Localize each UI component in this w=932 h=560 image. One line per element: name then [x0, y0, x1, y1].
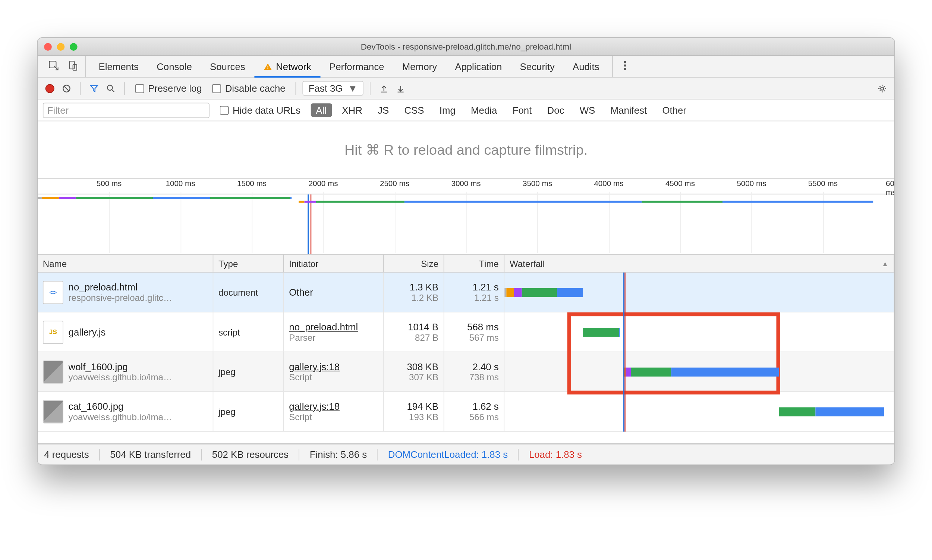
waterfall-cell[interactable]: [504, 352, 894, 391]
download-har-icon[interactable]: [393, 81, 408, 95]
tab-elements[interactable]: Elements: [89, 56, 148, 77]
svg-point-5: [624, 62, 626, 63]
image-icon: [43, 400, 63, 423]
status-transferred: 504 KB transferred: [110, 449, 191, 460]
ruler-tick: 1500 ms: [237, 179, 266, 188]
ruler-tick: 3500 ms: [523, 179, 552, 188]
tab-network[interactable]: Network: [254, 56, 320, 77]
svg-point-6: [624, 65, 626, 66]
ruler-tick: 4000 ms: [594, 179, 623, 188]
status-bar: 4 requests 504 KB transferred 502 KB res…: [38, 444, 894, 464]
tab-security[interactable]: Security: [511, 56, 564, 77]
filter-type-doc[interactable]: Doc: [542, 103, 569, 117]
overview-timeline[interactable]: 500 ms1000 ms1500 ms2000 ms2500 ms3000 m…: [38, 179, 894, 255]
device-toggle-icon[interactable]: [67, 60, 78, 73]
filter-type-xhr[interactable]: XHR: [337, 103, 368, 117]
search-button[interactable]: [104, 81, 118, 95]
ruler-tick: 2500 ms: [380, 179, 409, 188]
titlebar: DevTools - responsive-preload.glitch.me/…: [38, 38, 894, 56]
table-row[interactable]: wolf_1600.jpgyoavweiss.github.io/ima…jpe…: [38, 352, 894, 392]
filter-input[interactable]: Filter: [43, 103, 209, 118]
status-dcl: DOMContentLoaded: 1.83 s: [388, 449, 508, 460]
svg-rect-4: [267, 68, 268, 69]
table-row[interactable]: <>no_preload.htmlresponsive-preload.glit…: [38, 272, 894, 312]
request-table: Name Type Initiator Size Time Waterfall …: [38, 255, 894, 444]
filter-type-js[interactable]: JS: [372, 103, 394, 117]
chevron-down-icon: ▼: [348, 83, 357, 94]
filter-type-font[interactable]: Font: [508, 103, 537, 117]
table-header[interactable]: Name Type Initiator Size Time Waterfall: [38, 255, 894, 272]
tab-console[interactable]: Console: [148, 56, 201, 77]
ruler-tick: 2000 ms: [308, 179, 338, 188]
header-size[interactable]: Size: [384, 255, 444, 272]
load-line: [310, 194, 311, 254]
filter-type-media[interactable]: Media: [466, 103, 502, 117]
table-row[interactable]: cat_1600.jpgyoavweiss.github.io/ima…jpeg…: [38, 392, 894, 432]
record-button[interactable]: [43, 81, 57, 95]
svg-rect-2: [73, 65, 77, 70]
header-initiator[interactable]: Initiator: [284, 255, 384, 272]
clear-button[interactable]: [60, 81, 74, 95]
filter-bar: Filter Hide data URLs AllXHRJSCSSImgMedi…: [38, 100, 894, 121]
hide-data-urls-checkbox[interactable]: Hide data URLs: [220, 105, 301, 115]
header-name[interactable]: Name: [38, 255, 213, 272]
svg-rect-1: [70, 61, 75, 69]
minimize-icon[interactable]: [57, 43, 65, 51]
document-icon: <>: [43, 281, 63, 304]
script-icon: JS: [43, 320, 63, 343]
settings-icon[interactable]: [875, 81, 889, 95]
filter-type-other[interactable]: Other: [657, 103, 692, 117]
waterfall-cell[interactable]: [504, 312, 894, 352]
status-resources: 502 KB resources: [212, 449, 289, 460]
svg-point-9: [108, 85, 112, 90]
panel-tabs: ElementsConsoleSourcesNetworkPerformance…: [38, 56, 894, 78]
network-toolbar: Preserve log Disable cache Fast 3G▼: [38, 78, 894, 99]
close-icon[interactable]: [44, 43, 52, 51]
ruler-tick: 3000 ms: [451, 179, 481, 188]
status-load: Load: 1.83 s: [529, 449, 582, 460]
ruler-tick: 500 ms: [97, 179, 122, 188]
status-requests: 4 requests: [44, 449, 89, 460]
zoom-icon[interactable]: [70, 43, 78, 51]
image-icon: [43, 360, 63, 383]
filter-type-manifest[interactable]: Manifest: [606, 103, 652, 117]
filter-toggle-button[interactable]: [87, 81, 101, 95]
header-time[interactable]: Time: [444, 255, 505, 272]
disable-cache-checkbox[interactable]: Disable cache: [212, 83, 285, 94]
dcl-line: [308, 194, 309, 254]
inspect-icon[interactable]: [48, 60, 60, 73]
header-waterfall[interactable]: Waterfall: [504, 255, 894, 272]
filter-type-all[interactable]: All: [311, 103, 332, 117]
throttling-select[interactable]: Fast 3G▼: [303, 81, 363, 96]
window-title: DevTools - responsive-preload.glitch.me/…: [38, 42, 894, 51]
filter-type-css[interactable]: CSS: [399, 103, 429, 117]
tab-audits[interactable]: Audits: [564, 56, 608, 77]
svg-rect-3: [267, 65, 268, 67]
filmstrip-hint: Hit ⌘ R to reload and capture filmstrip.: [38, 121, 894, 179]
devtools-window: DevTools - responsive-preload.glitch.me/…: [37, 37, 895, 465]
traffic-lights: [44, 43, 77, 51]
waterfall-cell[interactable]: [504, 392, 894, 431]
header-type[interactable]: Type: [213, 255, 284, 272]
kebab-menu-icon[interactable]: [619, 60, 631, 73]
ruler-tick: 5500 ms: [808, 179, 838, 188]
ruler-tick: 5000 ms: [737, 179, 766, 188]
ruler-tick: 1000 ms: [166, 179, 195, 188]
table-row[interactable]: JSgallery.jsscriptno_preload.htmlParser1…: [38, 312, 894, 352]
tab-performance[interactable]: Performance: [320, 56, 393, 77]
preserve-log-checkbox[interactable]: Preserve log: [135, 83, 202, 94]
svg-point-10: [881, 87, 884, 90]
ruler-tick: 4500 ms: [666, 179, 695, 188]
waterfall-cell[interactable]: [504, 272, 894, 312]
tab-application[interactable]: Application: [446, 56, 511, 77]
upload-har-icon[interactable]: [377, 81, 391, 95]
svg-point-7: [624, 68, 626, 70]
tab-sources[interactable]: Sources: [201, 56, 254, 77]
tab-memory[interactable]: Memory: [393, 56, 446, 77]
filter-type-ws[interactable]: WS: [575, 103, 600, 117]
filter-type-img[interactable]: Img: [434, 103, 461, 117]
status-finish: Finish: 5.86 s: [310, 449, 367, 460]
